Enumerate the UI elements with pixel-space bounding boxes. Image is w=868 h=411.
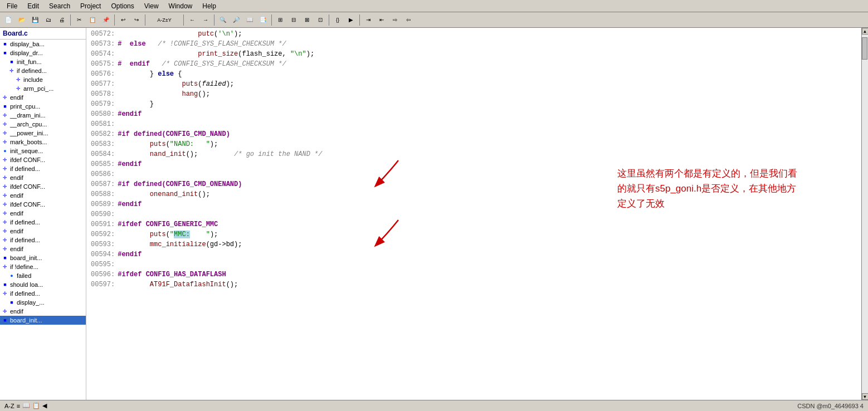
- sidebar-item-ifdef1[interactable]: ✛ ifdef CONF...: [0, 155, 86, 164]
- sidebar-item-endif2[interactable]: ✛ endif: [0, 173, 86, 182]
- code-line-595: 00595:: [86, 260, 868, 270]
- print-btn[interactable]: 🖨: [56, 14, 68, 26]
- sidebar-item-should[interactable]: ■ should loa...: [0, 280, 86, 289]
- line-num-594: 00594:: [86, 249, 118, 260]
- sidebar-item-ifdefined4[interactable]: ✛ if defined...: [0, 289, 86, 298]
- line-num-577: 00577:: [86, 79, 118, 89]
- sidebar-item-initseq[interactable]: ● init_seque...: [0, 146, 86, 155]
- line-num-578: 00578:: [86, 89, 118, 99]
- sidebar-label-1: display_dr...: [10, 50, 43, 56]
- statusbar: A-Z ≡ 📖 📋 ◀ CSDN @m0_4649693 4: [0, 400, 868, 411]
- step3-btn[interactable]: ⇨: [389, 14, 401, 26]
- cut-btn[interactable]: ✂: [73, 14, 85, 26]
- run-btn[interactable]: ▶: [345, 14, 357, 26]
- sep7: [329, 14, 329, 26]
- new-btn[interactable]: 📄: [2, 14, 14, 26]
- find-btn[interactable]: 🔍: [217, 14, 229, 26]
- sidebar-item-boardinit[interactable]: ■ board_init...: [0, 253, 86, 262]
- save-btn[interactable]: 💾: [29, 14, 41, 26]
- save-all-btn[interactable]: 🗂: [42, 14, 55, 26]
- sep2: [114, 14, 115, 26]
- step2-btn[interactable]: ⇤: [376, 14, 388, 26]
- sidebar-item-printcpu[interactable]: ■ print_cpu...: [0, 102, 86, 111]
- sidebar-item-display[interactable]: ■ display_...: [0, 298, 86, 307]
- line-content-589: #endif: [118, 199, 868, 209]
- menu-project[interactable]: Project: [76, 1, 105, 11]
- find4-btn[interactable]: 📑: [257, 14, 269, 26]
- sep3: [145, 14, 145, 26]
- sidebar-item-ifdefined1[interactable]: ✛ if defined...: [0, 164, 86, 173]
- sidebar-icon-failed: ●: [8, 272, 16, 280]
- sidebar-label-endif1: endif: [10, 94, 23, 101]
- grid3-btn[interactable]: ⊠: [301, 14, 313, 26]
- debug-btn[interactable]: {}: [331, 14, 344, 26]
- sidebar-item-ifdef3[interactable]: ✛ ifdef CONF...: [0, 200, 86, 209]
- grid-btn[interactable]: ⊞: [274, 14, 286, 26]
- sidebar-item-ifdefined3[interactable]: ✛ if defined...: [0, 236, 86, 244]
- menu-window[interactable]: Window: [164, 1, 197, 11]
- sep1: [70, 14, 71, 26]
- scroll-thumb[interactable]: [862, 37, 867, 60]
- copy-btn[interactable]: 📋: [86, 14, 99, 26]
- find2-btn[interactable]: 🔎: [230, 14, 242, 26]
- sidebar-item-endif5[interactable]: ✛ endif: [0, 227, 86, 236]
- step-btn[interactable]: ⇥: [362, 14, 374, 26]
- sidebar-icon-ifdef3: ✛: [1, 200, 9, 208]
- sidebar-item-endif3[interactable]: ✛ endif: [0, 191, 86, 200]
- sidebar-icon-endif6: ✛: [1, 245, 9, 253]
- sidebar-item-endif6[interactable]: ✛ endif: [0, 244, 86, 253]
- code-area[interactable]: 00572: putc('\n'); 00573: # else /* !CON…: [86, 28, 868, 400]
- sidebar-item-ifnotdefine[interactable]: ✛ if !define...: [0, 262, 86, 271]
- menu-help[interactable]: Help: [198, 1, 221, 11]
- sidebar-item-ifdefined2[interactable]: ✛ if defined...: [0, 218, 86, 227]
- sidebar-item-arch[interactable]: ✛ __arch_cpu...: [0, 120, 86, 129]
- line-content-586: [118, 169, 868, 179]
- vertical-scrollbar[interactable]: ▲ ▼: [861, 28, 868, 400]
- undo-btn[interactable]: ↩: [117, 14, 129, 26]
- open-btn[interactable]: 📂: [16, 14, 28, 26]
- sidebar-item-0[interactable]: ■ display_ba...: [0, 40, 86, 48]
- sidebar-item-boardinit2[interactable]: ■ board_init...: [0, 316, 86, 325]
- sidebar-item-ifdef2[interactable]: ✛ ifdef CONF...: [0, 182, 86, 191]
- sidebar-item-include[interactable]: ✛ include: [0, 75, 86, 84]
- search-btn[interactable]: A-Z±Y: [148, 14, 181, 26]
- code-line-584: 00584: nand_init(); /* go init the NAND …: [86, 149, 868, 159]
- grid2-btn[interactable]: ⊟: [287, 14, 300, 26]
- sidebar-item-markboots[interactable]: ✛ mark_boots...: [0, 138, 86, 146]
- sidebar-item-power[interactable]: ✛ __power_ini...: [0, 129, 86, 138]
- sidebar-item-endif4[interactable]: ✛ endif: [0, 209, 86, 218]
- code-line-575: 00575: # endif /* CONFIG_SYS_FLASH_CHECK…: [86, 59, 868, 69]
- sidebar-item-endif1[interactable]: ✛ endif: [0, 93, 86, 102]
- sidebar-item-dram[interactable]: ✛ __dram_ini...: [0, 111, 86, 120]
- sidebar-item-2[interactable]: ■ init_fun...: [0, 57, 86, 66]
- line-num-580: 00580:: [86, 109, 118, 119]
- sidebar-item-3[interactable]: ✛ if defined...: [0, 66, 86, 75]
- code-line-593: 00593: mmc_initialize(gd->bd);: [86, 239, 868, 249]
- code-line-583: 00583: puts("NAND: ");: [86, 139, 868, 149]
- line-content-592: puts("MMC: ");: [118, 229, 868, 239]
- sidebar-label-ifnotdefine: if !define...: [10, 263, 38, 270]
- line-content-591: #ifdef CONFIG_GENERIC_MMC: [118, 219, 868, 229]
- sidebar-label-failed: failed: [17, 272, 31, 279]
- menu-search[interactable]: Search: [45, 1, 75, 11]
- sidebar-item-1[interactable]: ■ display_dr...: [0, 48, 86, 57]
- scroll-down-btn[interactable]: ▼: [862, 393, 869, 400]
- paste-btn[interactable]: 📌: [100, 14, 112, 26]
- scroll-up-btn[interactable]: ▲: [862, 28, 869, 35]
- code-line-586: 00586:: [86, 169, 868, 179]
- sidebar-item-endif7[interactable]: ✛ endif: [0, 307, 86, 316]
- sidebar-item-failed[interactable]: ● failed: [0, 271, 86, 280]
- menu-options[interactable]: Options: [106, 1, 138, 11]
- menu-file[interactable]: File: [2, 1, 22, 11]
- grid4-btn[interactable]: ⊡: [314, 14, 326, 26]
- forward-btn[interactable]: →: [199, 14, 212, 26]
- menu-edit[interactable]: Edit: [23, 1, 43, 11]
- redo-btn[interactable]: ↪: [130, 14, 143, 26]
- menu-view[interactable]: View: [140, 1, 163, 11]
- line-content-572: putc('\n');: [118, 29, 868, 39]
- scroll-track[interactable]: [862, 35, 868, 393]
- find3-btn[interactable]: 📖: [243, 14, 256, 26]
- sidebar-item-armpci[interactable]: ✛ arm_pci_...: [0, 84, 86, 93]
- step4-btn[interactable]: ⇦: [402, 14, 415, 26]
- back-btn[interactable]: ←: [186, 14, 198, 26]
